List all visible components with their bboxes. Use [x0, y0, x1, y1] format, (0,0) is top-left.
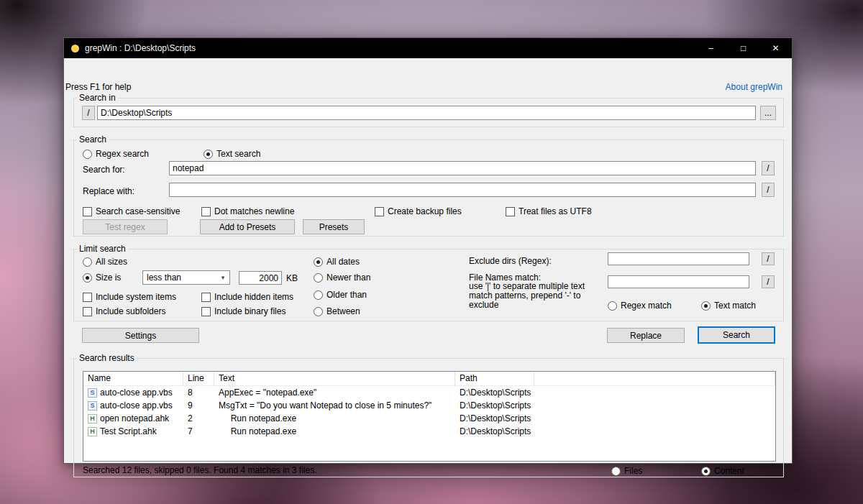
vbs-file-icon: S — [88, 401, 97, 411]
checkbox-icon — [201, 307, 211, 316]
radio-icon — [83, 150, 92, 159]
close-icon: ✕ — [772, 43, 779, 53]
search-button[interactable]: Search — [698, 326, 775, 344]
radio-icon — [314, 290, 323, 300]
title-bar[interactable]: grepWin : D:\Desktop\Scripts – □ ✕ — [64, 38, 792, 58]
create-backup-checkbox[interactable]: Create backup files — [375, 206, 462, 216]
checkbox-icon — [83, 293, 92, 302]
replace-with-regex-helper-button[interactable]: / — [762, 183, 775, 197]
window-title: grepWin : D:\Desktop\Scripts — [85, 43, 196, 53]
replace-with-input[interactable] — [169, 183, 756, 197]
limit-search-group: Limit search All sizes Size is less than… — [73, 249, 784, 321]
search-results-group-label: Search results — [77, 353, 137, 363]
file-names-match-input[interactable] — [608, 275, 749, 288]
exclude-dirs-input[interactable] — [608, 252, 749, 265]
case-sensitive-checkbox[interactable]: Search case-sensitive — [83, 206, 180, 216]
result-row[interactable]: H open notepad.ahk 2 Run notepad.exe D:\… — [83, 412, 775, 425]
results-header-row[interactable]: Name Line Text Path — [83, 372, 775, 386]
close-button[interactable]: ✕ — [759, 38, 792, 58]
dot-matches-newline-checkbox[interactable]: Dot matches newline — [201, 206, 294, 216]
column-header-path[interactable]: Path — [455, 372, 534, 386]
browse-folder-button[interactable]: ... — [760, 106, 776, 120]
checkbox-icon — [375, 207, 384, 216]
exclude-dirs-regex-helper-button[interactable]: / — [762, 252, 775, 265]
text-match-radio[interactable]: Text match — [701, 301, 756, 311]
regex-match-label: Regex match — [621, 301, 672, 311]
include-subfolders-checkbox[interactable]: Include subfolders — [83, 306, 165, 316]
desktop-background: grepWin : D:\Desktop\Scripts – □ ✕ Press… — [0, 0, 863, 504]
show-content-radio[interactable]: Content — [701, 466, 744, 476]
size-compare-dropdown[interactable]: less than ▾ — [142, 270, 230, 285]
file-names-regex-helper-button[interactable]: / — [762, 275, 775, 288]
result-text: AppExec = "notepad.exe" — [214, 386, 455, 399]
search-group: Search Regex search Text search Search f… — [73, 139, 784, 237]
utf8-checkbox[interactable]: Treat files as UTF8 — [506, 206, 592, 216]
maximize-button[interactable]: □ — [727, 38, 759, 58]
result-path: D:\Desktop\Scripts — [455, 425, 534, 438]
result-line: 7 — [183, 425, 214, 438]
presets-button[interactable]: Presets — [303, 219, 365, 234]
result-path: D:\Desktop\Scripts — [455, 386, 534, 399]
search-path-input[interactable] — [97, 106, 756, 120]
grepwin-window: grepWin : D:\Desktop\Scripts – □ ✕ Press… — [63, 37, 793, 464]
radio-icon — [83, 257, 92, 267]
exclude-dirs-label: Exclude dirs (Regex): — [469, 256, 552, 266]
text-search-radio[interactable]: Text search — [204, 149, 260, 159]
search-for-regex-helper-button[interactable]: / — [762, 161, 775, 175]
case-sensitive-label: Search case-sensitive — [96, 206, 180, 216]
result-name: auto-close app.vbs — [100, 386, 173, 399]
radio-icon — [83, 273, 92, 283]
result-line: 2 — [183, 412, 214, 425]
show-files-radio[interactable]: Files — [611, 466, 642, 476]
maximize-icon: □ — [741, 43, 746, 53]
size-compare-value: less than — [143, 272, 216, 283]
older-than-radio[interactable]: Older than — [314, 290, 367, 300]
regex-search-radio[interactable]: Regex search — [83, 149, 149, 159]
replace-with-label: Replace with: — [83, 186, 134, 196]
column-header-filler — [534, 372, 775, 386]
grepwin-app-icon — [71, 45, 79, 52]
result-row[interactable]: S auto-close app.vbs 8 AppExec = "notepa… — [83, 386, 775, 399]
checkbox-icon — [506, 207, 515, 216]
all-dates-radio[interactable]: All dates — [314, 257, 360, 267]
newer-than-label: Newer than — [327, 272, 370, 283]
minimize-button[interactable]: – — [695, 38, 727, 58]
result-line: 9 — [183, 399, 214, 412]
result-row[interactable]: S auto-close app.vbs 9 MsgTxt = "Do you … — [83, 399, 775, 412]
result-text: Run notepad.exe — [214, 412, 455, 425]
between-label: Between — [327, 306, 360, 316]
size-value-input[interactable] — [239, 271, 282, 285]
replace-button[interactable]: Replace — [607, 328, 685, 343]
settings-button[interactable]: Settings — [82, 328, 199, 343]
minimize-icon: – — [708, 43, 713, 53]
add-to-presets-button[interactable]: Add to Presets — [200, 219, 295, 234]
size-is-radio[interactable]: Size is — [83, 272, 121, 283]
all-dates-label: All dates — [327, 257, 360, 267]
result-path: D:\Desktop\Scripts — [455, 399, 534, 412]
about-grepwin-link[interactable]: About grepWin — [726, 82, 782, 92]
between-radio[interactable]: Between — [314, 306, 360, 316]
result-row[interactable]: H Test Script.ahk 7 Run notepad.exe D:\D… — [83, 425, 775, 438]
test-regex-button: Test regex — [83, 219, 168, 234]
column-header-text[interactable]: Text — [214, 372, 455, 386]
include-hidden-checkbox[interactable]: Include hidden items — [201, 292, 293, 302]
checkbox-icon — [83, 207, 92, 216]
column-header-line[interactable]: Line — [183, 372, 214, 386]
search-in-regex-helper-button[interactable]: / — [82, 106, 95, 120]
search-for-input[interactable] — [169, 161, 756, 175]
regex-search-radio-label: Regex search — [96, 149, 149, 159]
radio-icon — [701, 467, 711, 476]
all-sizes-label: All sizes — [96, 257, 127, 267]
include-system-checkbox[interactable]: Include system items — [83, 292, 176, 302]
regex-match-radio[interactable]: Regex match — [608, 301, 672, 311]
results-listview[interactable]: Name Line Text Path S auto-close app.vbs… — [83, 371, 776, 462]
all-sizes-radio[interactable]: All sizes — [83, 257, 127, 267]
newer-than-radio[interactable]: Newer than — [314, 272, 370, 283]
show-files-label: Files — [624, 466, 642, 476]
include-system-label: Include system items — [96, 292, 176, 302]
search-status-text: Searched 12 files, skipped 0 files. Foun… — [83, 465, 317, 475]
include-binary-checkbox[interactable]: Include binary files — [201, 306, 286, 316]
radio-icon — [314, 307, 323, 316]
column-header-name[interactable]: Name — [83, 372, 183, 386]
result-name: auto-close app.vbs — [100, 399, 173, 412]
